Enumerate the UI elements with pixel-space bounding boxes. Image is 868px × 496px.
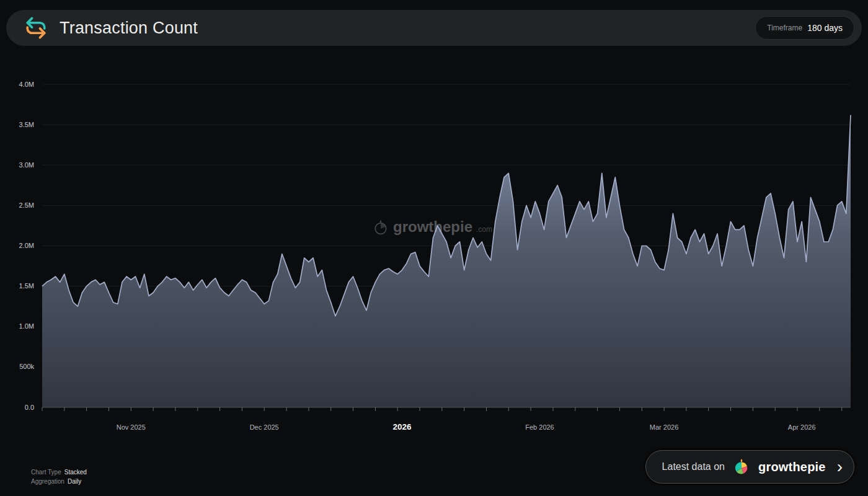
aggregation-value: Daily (68, 478, 81, 485)
x-tick-label: Feb 2026 (525, 423, 554, 431)
chevron-right-icon: › (837, 460, 843, 474)
aggregation-row: AggregationDaily (31, 477, 87, 486)
y-tick-label: 3.0M (19, 161, 34, 169)
x-tick-label: Dec 2025 (250, 423, 279, 431)
y-tick-label: 2.5M (19, 202, 34, 209)
cta-brand: growthepie (758, 460, 826, 474)
chart-type-label: Chart Type (31, 469, 61, 476)
y-tick-label: 4.0M (19, 81, 34, 88)
chart-type-value: Stacked (64, 469, 87, 476)
y-tick-label: 500k (19, 363, 34, 370)
header-bar: Transaction Count Timeframe 180 days (6, 10, 862, 46)
cta-prefix: Latest data on (662, 461, 725, 472)
x-tick-label: Nov 2025 (117, 423, 146, 431)
timeframe-label: Timeframe (767, 24, 802, 32)
area-fill (42, 115, 851, 408)
x-tick-label: Apr 2026 (788, 423, 816, 431)
chart-meta: Chart TypeStacked AggregationDaily (31, 467, 87, 486)
page-title: Transaction Count (60, 19, 198, 38)
chart-type-row: Chart TypeStacked (31, 467, 87, 477)
chart-canvas[interactable]: 0.0500k1.0M1.5M2.0M2.5M3.0M3.5M4.0MNov 2… (0, 0, 868, 496)
growthepie-logo-icon (732, 458, 751, 476)
y-tick-label: 0.0 (25, 404, 34, 411)
y-tick-label: 1.0M (19, 322, 34, 330)
x-tick-label: 2026 (392, 422, 412, 432)
aggregation-label: Aggregation (31, 478, 64, 485)
transaction-count-icon (22, 14, 50, 42)
y-tick-label: 3.5M (19, 121, 34, 128)
x-tick-label: Mar 2026 (650, 423, 678, 431)
timeframe-value: 180 days (807, 23, 843, 33)
y-tick-label: 2.0M (19, 242, 34, 249)
y-tick-label: 1.5M (19, 282, 34, 290)
latest-data-button[interactable]: Latest data on growthepie › (645, 450, 854, 484)
timeframe-selector[interactable]: Timeframe 180 days (755, 16, 854, 40)
